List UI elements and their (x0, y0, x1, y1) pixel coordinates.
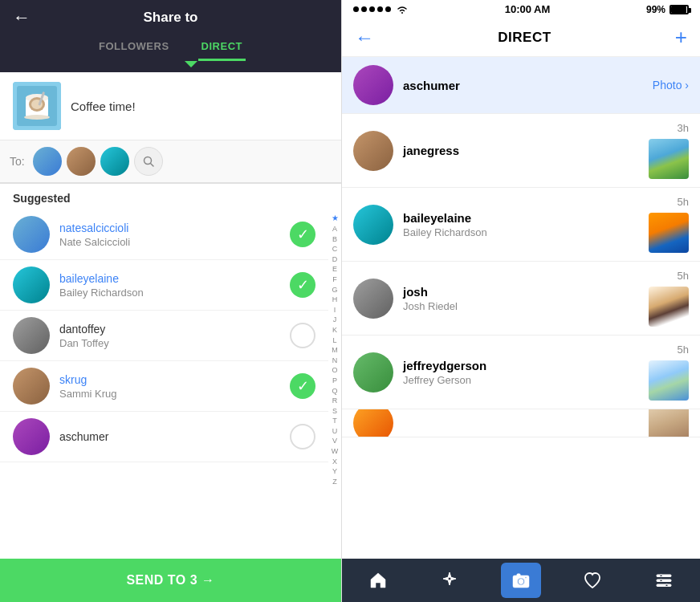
heart-icon (583, 571, 602, 590)
avatar (13, 266, 50, 303)
alphabet-star[interactable]: ★ (332, 213, 339, 224)
direct-meta (649, 409, 689, 437)
contacts-area: natesalciccioli Nate Salciccioli ✓ baile… (0, 209, 341, 559)
nav-explore-button[interactable] (429, 563, 470, 598)
direct-username: jeffreydgerson (403, 359, 649, 372)
to-search-button[interactable] (134, 147, 163, 176)
post-caption: Coffee time! (71, 100, 136, 113)
direct-title: DIRECT (374, 30, 675, 46)
battery-percent: 99% (646, 4, 665, 15)
contact-check[interactable] (290, 323, 315, 348)
contact-check[interactable] (290, 424, 315, 449)
contact-row[interactable]: dantoffey Dan Toffey (0, 311, 328, 361)
contact-realname: Dan Toffey (59, 337, 290, 349)
new-conversation-button[interactable]: + (675, 25, 687, 50)
direct-conversation-row[interactable]: baileyelaine Bailey Richardson 5h (342, 188, 700, 262)
contact-info: aschumer (59, 430, 290, 443)
left-panel: ← Share to FOLLOWERS DIRECT (0, 0, 341, 602)
photo-button[interactable]: Photo › (653, 79, 689, 92)
message-thumbnail (649, 287, 689, 327)
contact-row[interactable]: natesalciccioli Nate Salciccioli ✓ (0, 209, 328, 260)
avatar (353, 352, 393, 393)
avatar (353, 409, 393, 437)
back-button-left[interactable]: ← (13, 7, 31, 28)
contact-info: baileyelaine Bailey Richardson (59, 272, 290, 299)
contact-check[interactable]: ✓ (290, 222, 315, 247)
contact-username: baileyelaine (59, 272, 290, 285)
to-avatar-3 (100, 147, 129, 176)
direct-info: janegress (403, 144, 649, 157)
direct-conversation-row[interactable]: jeffreydgerson Jeffrey Gerson 5h (342, 336, 700, 409)
contact-row[interactable]: baileyelaine Bailey Richardson ✓ (0, 260, 328, 311)
nav-camera-button[interactable] (501, 563, 541, 598)
svg-rect-18 (657, 584, 671, 587)
avatar (13, 317, 50, 354)
contact-check[interactable]: ✓ (290, 272, 315, 298)
camera-icon (511, 571, 531, 590)
contact-realname: Bailey Richardson (59, 287, 290, 299)
signal-dots (353, 5, 409, 14)
direct-username: josh (403, 285, 649, 299)
signal-dot (353, 6, 359, 12)
back-button-right[interactable]: ← (355, 26, 374, 49)
nav-home-button[interactable] (358, 563, 398, 598)
avatar (13, 216, 50, 253)
profile-icon (654, 571, 674, 590)
status-right: 99% (646, 4, 689, 15)
direct-username: aschumer (403, 79, 653, 92)
direct-info: aschumer (403, 79, 653, 92)
message-thumbnail (649, 139, 689, 179)
direct-time: 3h (678, 122, 689, 134)
bottom-nav (342, 559, 700, 602)
direct-time: 5h (678, 270, 689, 282)
suggested-label: Suggested (0, 184, 341, 209)
direct-conversation-row[interactable]: aschumer Photo › (342, 57, 700, 114)
message-thumbnail (649, 213, 689, 253)
direct-info: baileyelaine Bailey Richardson (403, 211, 649, 238)
direct-time: 5h (678, 344, 689, 356)
tab-followers[interactable]: FOLLOWERS (96, 34, 173, 61)
contacts-list: natesalciccioli Nate Salciccioli ✓ baile… (0, 209, 328, 559)
svg-point-7 (24, 115, 50, 120)
avatar (353, 131, 393, 171)
contact-info: natesalciccioli Nate Salciccioli (59, 222, 290, 248)
to-label: To: (10, 155, 25, 168)
avatar (353, 279, 393, 319)
direct-username: janegress (403, 144, 649, 157)
direct-list: aschumer Photo › janegress 3h baileyelai… (342, 57, 700, 559)
contact-realname: Nate Salciccioli (59, 236, 290, 248)
search-icon (143, 156, 154, 167)
tab-indicator (185, 61, 197, 67)
share-title: Share to (143, 10, 197, 26)
contact-check[interactable]: ✓ (290, 373, 315, 399)
avatar (13, 368, 50, 405)
direct-time: 5h (678, 196, 689, 208)
contact-row[interactable]: aschumer (0, 412, 328, 462)
nav-activity-button[interactable] (572, 563, 612, 598)
svg-rect-17 (657, 580, 671, 582)
direct-conversation-row[interactable]: josh Josh Riedel 5h (342, 262, 700, 336)
right-header: ← DIRECT + (342, 18, 700, 57)
direct-username: baileyelaine (403, 211, 649, 225)
direct-conversation-row[interactable] (342, 409, 700, 437)
to-avatar-1 (33, 147, 62, 176)
send-button[interactable]: SEND TO 3 → (0, 559, 341, 602)
right-panel: 10:00 AM 99% ← DIRECT + aschumer Photo › (341, 0, 700, 602)
nav-profile-button[interactable] (644, 563, 684, 598)
tab-direct[interactable]: DIRECT (198, 34, 246, 61)
direct-conversation-row[interactable]: janegress 3h (342, 114, 700, 188)
svg-rect-20 (660, 580, 662, 582)
avatar (353, 65, 393, 105)
contact-row[interactable]: skrug Sammi Krug ✓ (0, 361, 328, 412)
contact-username: aschumer (59, 430, 290, 443)
left-header: ← Share to FOLLOWERS DIRECT (0, 0, 341, 61)
direct-info: jeffreydgerson Jeffrey Gerson (403, 359, 649, 386)
direct-realname: Bailey Richardson (403, 226, 649, 238)
left-header-top: ← Share to (13, 10, 328, 34)
contact-realname: Sammi Krug (59, 388, 290, 400)
to-row: To: (0, 140, 341, 183)
battery-fill (671, 6, 686, 13)
signal-dot (361, 6, 367, 12)
avatar (353, 205, 393, 245)
direct-realname: Josh Riedel (403, 300, 649, 312)
